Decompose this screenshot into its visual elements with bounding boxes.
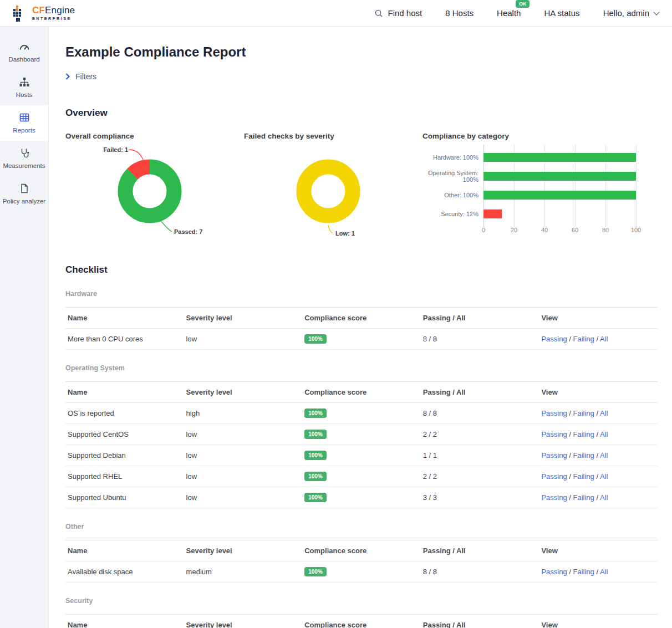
view-all-link[interactable]: All [600, 472, 608, 481]
failed-leader-line [129, 150, 143, 160]
sidebar-item-hosts[interactable]: Hosts [0, 70, 48, 105]
view-failing-link[interactable]: Failing [573, 493, 594, 502]
low-leader-line [328, 225, 333, 233]
logo-subtitle: ENTERPRISE [32, 17, 75, 21]
view-links-cell: Passing / Failing / All [539, 445, 658, 466]
ha-status[interactable]: HA status [544, 8, 579, 18]
table-row: Available disk space medium 100% 8 / 8 P… [65, 561, 658, 583]
view-passing-link[interactable]: Passing [541, 451, 567, 459]
check-name: Supported RHEL [65, 466, 184, 487]
view-link-separator: / [594, 493, 600, 502]
sidebar-item-label: Hosts [16, 91, 32, 98]
cfengine-logo-icon [13, 5, 28, 22]
axis-tick-label: 20 [511, 227, 517, 233]
chart-title: Overall compliance [65, 132, 244, 140]
view-failing-link[interactable]: Failing [573, 409, 594, 417]
passing-all: 2 / 2 [421, 424, 539, 445]
checklist-heading: Checklist [65, 264, 658, 275]
column-header: Passing / All [421, 615, 539, 628]
view-passing-link[interactable]: Passing [541, 568, 567, 576]
view-failing-link[interactable]: Failing [573, 335, 594, 343]
cfengine-logo[interactable]: CFEngine ENTERPRISE [13, 5, 75, 22]
severity-level: low [184, 445, 303, 466]
document-icon [19, 183, 30, 194]
view-link-separator: / [567, 451, 573, 459]
column-header: Compliance score [302, 308, 421, 329]
sidebar-item-reports[interactable]: Reports [0, 105, 48, 141]
column-header: View [539, 540, 658, 561]
view-failing-link[interactable]: Failing [573, 430, 594, 438]
health-menu[interactable]: Health OK [497, 8, 521, 18]
severity-level: low [184, 487, 303, 508]
hosts-count[interactable]: 8 Hosts [445, 8, 474, 18]
check-name: Supported Debian [65, 445, 184, 466]
find-host-label: Find host [388, 8, 422, 18]
sidebar-item-dashboard[interactable]: Dashboard [0, 34, 48, 70]
view-links-cell: Passing / Failing / All [539, 561, 658, 583]
column-header: Passing / All [421, 382, 539, 403]
checklist-section: Hardware NameSeverity levelCompliance sc… [65, 290, 658, 350]
bar-track [483, 172, 636, 181]
find-host[interactable]: Find host [374, 8, 422, 18]
sidebar-item-measurements[interactable]: Measurements [0, 141, 48, 176]
view-all-link[interactable]: All [600, 335, 608, 343]
view-link-separator: / [567, 430, 573, 438]
column-header: Severity level [184, 540, 303, 561]
view-passing-link[interactable]: Passing [541, 409, 567, 417]
bar-row: Other: 100% [422, 186, 655, 205]
checklist-section: Security NameSeverity levelCompliance sc… [65, 597, 658, 628]
compliance-score-badge: 100% [304, 472, 327, 481]
compliance-score-badge: 100% [304, 409, 327, 418]
health-label: Health [497, 8, 521, 18]
check-name: More than 0 CPU cores [65, 329, 184, 350]
view-all-link[interactable]: All [600, 451, 608, 459]
column-header: Compliance score [302, 382, 421, 403]
bar-security [483, 210, 502, 218]
view-link-separator: / [567, 472, 573, 481]
view-link-separator: / [567, 493, 573, 502]
view-failing-link[interactable]: Failing [573, 451, 594, 459]
table-row: More than 0 CPU cores low 100% 8 / 8 Pas… [65, 329, 658, 350]
bar-label: Security: 12% [422, 211, 483, 217]
view-all-link[interactable]: All [600, 493, 608, 502]
bar-label: Other: 100% [422, 192, 483, 198]
view-passing-link[interactable]: Passing [541, 472, 567, 481]
severity-level: low [184, 466, 303, 487]
bar-row: Operating System: 100% [422, 167, 655, 186]
view-all-link[interactable]: All [600, 430, 608, 438]
view-passing-link[interactable]: Passing [541, 493, 567, 502]
gauge-icon [18, 41, 30, 52]
column-header: Name [65, 615, 184, 628]
column-header: Severity level [184, 382, 303, 403]
view-link-separator: / [567, 409, 573, 417]
sidebar-item-label: Measurements [3, 162, 45, 169]
passing-all: 1 / 1 [421, 445, 539, 466]
bar-chart-body: Hardware: 100%Operating System: 100%Othe… [422, 148, 655, 237]
view-all-link[interactable]: All [600, 568, 608, 576]
ha-status-label: HA status [544, 8, 579, 18]
passing-all: 2 / 2 [421, 466, 539, 487]
category-label: Other [65, 523, 658, 530]
bar-track [483, 210, 636, 218]
low-label: Low: 1 [335, 230, 355, 237]
sidebar-item-policy-analyzer[interactable]: Policy analyzer [0, 176, 48, 212]
view-passing-link[interactable]: Passing [541, 335, 567, 343]
donut-slice-low [304, 167, 353, 216]
view-failing-link[interactable]: Failing [573, 568, 594, 576]
column-header: Severity level [184, 615, 303, 628]
compliance-by-category-chart: Compliance by category Hardware: 100%Ope… [422, 127, 655, 238]
view-failing-link[interactable]: Failing [573, 472, 594, 481]
failed-by-severity-chart: Failed checks by severity Low: 1 [244, 127, 422, 238]
user-menu[interactable]: Hello, admin [603, 8, 659, 18]
view-all-link[interactable]: All [600, 409, 608, 417]
view-links-cell: Passing / Failing / All [539, 466, 658, 487]
view-passing-link[interactable]: Passing [541, 430, 567, 438]
chevron-right-icon [65, 73, 70, 80]
filters-label: Filters [75, 72, 96, 81]
checklist-table: NameSeverity levelCompliance scorePassin… [65, 540, 658, 583]
check-name: Supported CentOS [65, 424, 184, 445]
user-menu-label: Hello, admin [603, 8, 649, 18]
column-header: Compliance score [302, 540, 421, 561]
filters-toggle[interactable]: Filters [65, 72, 658, 81]
severity-level: low [184, 329, 303, 350]
